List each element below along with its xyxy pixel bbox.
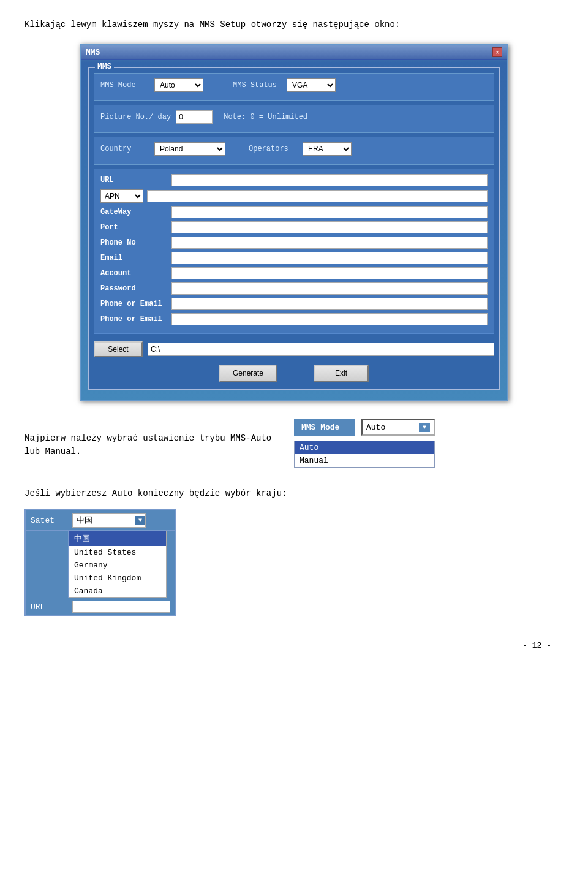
mms-dialog-window: MMS × MMS MMS Mode Auto Manual MMS Statu…: [80, 44, 508, 401]
account-input[interactable]: [172, 267, 488, 279]
email-row: Email: [100, 252, 488, 264]
mode-preview-label: MMS Mode: [294, 419, 355, 436]
window-content: MMS MMS Mode Auto Manual MMS Status VGA …: [81, 60, 507, 400]
picture-row: Picture No./ day Note: 0 = Unlimited: [100, 110, 488, 124]
email-input[interactable]: [172, 252, 488, 264]
country-option-china[interactable]: 中国: [69, 531, 166, 546]
picture-input[interactable]: [176, 110, 213, 124]
port-row: Port: [100, 221, 488, 233]
exit-button[interactable]: Exit: [314, 365, 369, 382]
mms-mode-select[interactable]: Auto Manual: [154, 78, 203, 92]
country-option-canada[interactable]: Canada: [69, 585, 166, 597]
phone-email-input1[interactable]: [172, 298, 488, 310]
mode-option-manual[interactable]: Manual: [295, 454, 434, 467]
picture-label: Picture No./ day: [100, 113, 171, 121]
mode-preview-row: MMS Mode Auto ▼: [294, 419, 435, 436]
intro-paragraph: Klikając lewym klawiszem myszy na MMS Se…: [24, 18, 564, 31]
mms-mode-label: MMS Mode: [100, 81, 149, 89]
phone-input[interactable]: [172, 237, 488, 249]
country-select[interactable]: Poland United States Germany United King…: [154, 142, 225, 156]
country-dropdown-wrapper: 中国 United States Germany United Kingdom …: [26, 531, 175, 598]
mms-status-label: MMS Status: [233, 81, 282, 89]
mode-option-auto[interactable]: Auto: [295, 441, 434, 454]
mode-current-value: Auto: [366, 423, 385, 432]
country-url-input[interactable]: [72, 601, 170, 613]
satet-select[interactable]: 中国 ▼: [72, 513, 146, 528]
password-input[interactable]: [172, 282, 488, 295]
page-number: - 12 -: [24, 641, 564, 650]
mode-status-row: MMS Mode Auto Manual MMS Status VGA QVGA: [100, 78, 488, 92]
satet-arrow-icon: ▼: [135, 516, 145, 525]
country-option-uk[interactable]: United Kingdom: [69, 572, 166, 585]
mms-group: MMS MMS Mode Auto Manual MMS Status VGA …: [88, 67, 500, 390]
phone-row: Phone No: [100, 237, 488, 249]
port-input[interactable]: [172, 221, 488, 233]
country-section: Jeśli wybierzesz Auto konieczny będzie w…: [24, 487, 564, 616]
gateway-label: GateWay: [100, 208, 168, 216]
mode-preview-widget: MMS Mode Auto ▼ Auto Manual: [294, 419, 435, 468]
email-label: Email: [100, 254, 168, 262]
country-list: 中国 United States Germany United Kingdom …: [69, 531, 167, 598]
country-option-germany[interactable]: Germany: [69, 559, 166, 572]
apn-select[interactable]: APN: [100, 189, 143, 203]
note-label: Note: 0 = Unlimited: [224, 113, 307, 121]
satet-select-wrapper: 中国 ▼: [72, 513, 146, 528]
country-picker-widget: Satet 中国 ▼ 中国 United States Germany Unit…: [24, 509, 176, 616]
gateway-input[interactable]: [172, 206, 488, 218]
password-label: Password: [100, 284, 168, 293]
url-input[interactable]: [172, 174, 488, 186]
window-title: MMS: [86, 48, 100, 57]
mode-preview-select[interactable]: Auto ▼: [361, 419, 435, 436]
path-input[interactable]: [148, 343, 494, 356]
password-row: Password: [100, 282, 488, 295]
apn-row: APN: [100, 189, 488, 203]
desc-paragraph2: Jeśli wybierzesz Auto konieczny będzie w…: [24, 487, 564, 500]
url-row: URL: [100, 174, 488, 186]
port-label: Port: [100, 223, 168, 232]
country-spacer: [26, 531, 69, 598]
country-option-us[interactable]: United States: [69, 546, 166, 559]
window-titlebar: MMS ×: [81, 45, 507, 60]
close-button[interactable]: ×: [492, 47, 502, 57]
url-section: URL APN GateWay Port: [94, 169, 494, 334]
phone-email-row2: Phone or Email: [100, 313, 488, 325]
phone-email-label1: Phone or Email: [100, 300, 168, 308]
mode-dropdown-list: Auto Manual: [294, 441, 435, 468]
mms-status-select[interactable]: VGA QVGA: [287, 78, 336, 92]
action-row: Generate Exit: [94, 360, 494, 384]
phone-label: Phone No: [100, 238, 168, 247]
top-section-row2: Picture No./ day Note: 0 = Unlimited: [94, 105, 494, 133]
satet-label: Satet: [31, 516, 67, 525]
apn-input[interactable]: [147, 190, 488, 202]
top-section-row3: Country Poland United States Germany Uni…: [94, 137, 494, 165]
desc-mode-section: Najpierw należy wybrać ustawienie trybu …: [24, 419, 564, 468]
satet-current-value: 中国: [73, 514, 135, 527]
select-button[interactable]: Select: [94, 341, 143, 357]
country-url-row: URL: [26, 598, 175, 615]
mms-group-label: MMS: [95, 62, 114, 71]
url-label: URL: [100, 176, 168, 184]
operators-select[interactable]: ERA: [303, 142, 352, 156]
phone-email-row1: Phone or Email: [100, 298, 488, 310]
operators-label: Operators: [249, 145, 298, 153]
account-label: Account: [100, 269, 168, 278]
phone-email-input2[interactable]: [172, 313, 488, 325]
desc-paragraph1: Najpierw należy wybrać ustawienie trybu …: [24, 431, 282, 459]
mode-select-header[interactable]: Auto ▼: [363, 420, 434, 434]
country-operators-row: Country Poland United States Germany Uni…: [100, 142, 488, 156]
top-section-row1: MMS Mode Auto Manual MMS Status VGA QVGA: [94, 73, 494, 101]
generate-button[interactable]: Generate: [219, 365, 277, 382]
country-label: Country: [100, 145, 149, 153]
phone-email-label2: Phone or Email: [100, 315, 168, 324]
select-path-row: Select: [94, 338, 494, 360]
country-url-label: URL: [31, 602, 67, 612]
account-row: Account: [100, 267, 488, 279]
gateway-row: GateWay: [100, 206, 488, 218]
dropdown-arrow-icon: ▼: [419, 423, 430, 432]
satet-row: Satet 中国 ▼: [26, 510, 175, 531]
